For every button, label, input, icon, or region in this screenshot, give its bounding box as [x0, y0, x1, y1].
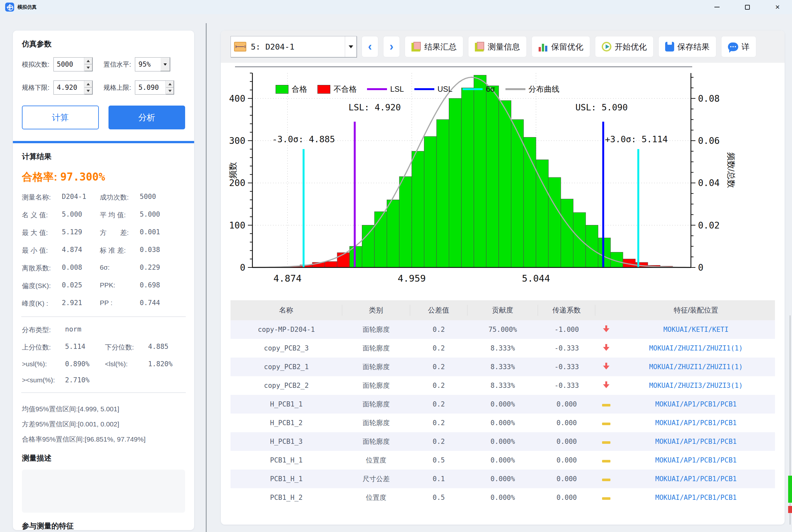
lsl-input[interactable] — [54, 81, 84, 94]
usl-stepper[interactable] — [135, 80, 174, 95]
cell-tolerance: 0.2 — [410, 382, 468, 390]
table-row[interactable]: H_PCB1_2面轮廓度0.20.000%0.000MOKUAI/AP1/PCB… — [230, 414, 775, 432]
measurement-select-value: 5: D204-1 — [251, 42, 345, 52]
confidence-select[interactable]: 95% — [135, 57, 170, 72]
legend-swatch — [276, 85, 288, 94]
toolbar-button-report-summary[interactable]: 结果汇总 — [405, 36, 463, 57]
vertical-splitter[interactable] — [206, 23, 207, 532]
stat-value: 0.744 — [140, 299, 185, 308]
confidence-value: 95% — [135, 60, 160, 68]
legend-label: 分布曲线 — [529, 84, 560, 94]
toolbar-button-save-result[interactable]: 保存结果 — [658, 36, 716, 57]
calculate-button[interactable]: 计算 — [22, 106, 99, 129]
cell-feature-path[interactable]: MOKUAI/AP1/PCB1/PCB1 — [617, 456, 775, 464]
sim-count-stepper[interactable] — [53, 57, 93, 72]
spin-up-button[interactable] — [166, 81, 174, 88]
table-row[interactable]: PCB1_H_1位置度0.50.000%0.000MOKUAI/AP1/PCB1… — [230, 451, 775, 470]
table-row[interactable]: copy_PCB2_2面轮廓度0.28.333%-0.333MOKUAI/ZHU… — [230, 376, 775, 395]
table-row[interactable]: PCB1_H_2位置度0.50.000%0.000MOKUAI/AP1/PCB1… — [230, 488, 775, 507]
spin-down-button[interactable] — [166, 88, 174, 94]
section-divider — [13, 141, 194, 143]
report-summary-icon — [412, 42, 421, 52]
svg-text:0: 0 — [240, 262, 245, 273]
table-row[interactable]: copy_PCB2_3面轮廓度0.28.333%-0.333MOKUAI/ZHU… — [230, 339, 775, 358]
divider — [21, 392, 186, 393]
legend-swatch — [367, 88, 387, 90]
cell-feature-path[interactable]: MOKUAI/AP1/PCB1/PCB1 — [617, 475, 775, 483]
cell-trend — [595, 344, 617, 353]
cell-contribution: 0.000% — [468, 475, 538, 483]
maximize-button[interactable] — [742, 2, 752, 12]
toolbar-button-measure-info[interactable]: 测量信息 — [468, 36, 527, 57]
cell-name: PCB1_H_1 — [230, 475, 342, 483]
pass-rate-label: 合格率: — [22, 171, 57, 183]
toolbar: 5: D204-1 ‹ › 结果汇总测量信息保留优化开始优化保存结果详 — [221, 31, 785, 63]
spin-up-button[interactable] — [84, 81, 92, 88]
stat-label — [105, 376, 147, 384]
down-arrow-icon — [603, 363, 609, 370]
stat-label: 测量名称: — [22, 193, 60, 202]
distribution-grid: 分布类型:norm上分位数:5.114下分位数:4.885>usl(%):0.8… — [22, 325, 185, 384]
legend-item: USL — [414, 84, 453, 94]
next-measurement-button[interactable]: › — [383, 36, 400, 57]
clipped-green-fragment — [788, 476, 792, 503]
stat-label: PPK: — [100, 281, 138, 290]
legend-swatch — [414, 88, 434, 90]
lsl-stepper[interactable] — [53, 80, 93, 95]
cell-feature-path[interactable]: MOKUAI/KETI/KETI — [617, 326, 775, 334]
spin-down-button[interactable] — [84, 88, 92, 94]
simulation-parameters-panel: 仿真参数 模拟次数: 置信水平: 95% 规格下限: 规格上限: — [13, 31, 194, 530]
dash-icon — [602, 422, 610, 425]
close-button[interactable]: × — [773, 2, 782, 12]
cell-feature-path[interactable]: MOKUAI/ZHUZI3/ZHUZI3(1) — [617, 382, 775, 390]
measurement-description-input[interactable] — [22, 470, 185, 513]
minimize-button[interactable] — [712, 2, 722, 12]
table-row[interactable]: H_PCB1_3面轮廓度0.20.000%0.000MOKUAI/AP1/PCB… — [230, 432, 775, 451]
toolbar-button-keep-optimize[interactable]: 保留优化 — [531, 36, 590, 57]
sim-count-input[interactable] — [54, 58, 84, 71]
cell-feature-path[interactable]: MOKUAI/AP1/PCB1/PCB1 — [617, 400, 775, 408]
cell-trend — [595, 494, 617, 501]
cell-tolerance: 0.5 — [410, 456, 468, 464]
stat-label: <lsl(%): — [105, 360, 147, 368]
cell-feature-path[interactable]: MOKUAI/AP1/PCB1/PCB1 — [617, 438, 775, 445]
svg-text:4.874: 4.874 — [274, 273, 301, 284]
table-row[interactable]: copy_PCB2_1面轮廓度0.28.333%-0.333MOKUAI/ZHU… — [230, 358, 775, 376]
cell-feature-path[interactable]: MOKUAI/ZHUZI1/ZHUZI1(1) — [617, 363, 775, 371]
table-row[interactable]: PCB1_H_1尺寸公差0.10.000%0.000MOKUAI/AP1/PCB… — [230, 470, 775, 488]
spin-down-button[interactable] — [84, 64, 92, 71]
cell-feature-path[interactable]: MOKUAI/AP1/PCB1/PCB1 — [617, 419, 775, 427]
cell-name: copy-MP-D204-1 — [230, 326, 342, 334]
confidence-interval-line: 合格率95%置信区间:[96.851%, 97.749%] — [22, 432, 185, 447]
cell-feature-path[interactable]: MOKUAI/AP1/PCB1/PCB1 — [617, 494, 775, 501]
measurement-select-dropdown[interactable] — [345, 36, 356, 57]
legend-label: 6σ — [486, 84, 495, 94]
down-arrow-icon — [603, 344, 609, 351]
column-header: 公差值 — [410, 305, 468, 316]
save-result-icon — [665, 42, 674, 52]
analyze-button[interactable]: 分析 — [109, 106, 185, 129]
prev-measurement-button[interactable]: ‹ — [361, 36, 378, 57]
usl-input[interactable] — [135, 81, 166, 94]
toolbar-button-chat[interactable]: 详 — [721, 36, 756, 57]
cell-type: 尺寸公差 — [342, 474, 410, 483]
table-row[interactable]: copy-MP-D204-1面轮廓度0.275.000%-1.000MOKUAI… — [230, 320, 775, 339]
spin-up-icon — [87, 83, 90, 85]
features-title: 参与测量的特征 — [22, 521, 185, 530]
dropdown-button[interactable] — [160, 58, 170, 71]
spin-up-button[interactable] — [84, 58, 92, 64]
cell-type: 面轮廓度 — [342, 400, 410, 409]
measurement-select[interactable]: 5: D204-1 — [230, 36, 357, 57]
cell-trend — [595, 438, 617, 445]
table-row[interactable]: H_PCB1_1面轮廓度0.20.000%0.000MOKUAI/AP1/PCB… — [230, 395, 775, 414]
column-header: 特征/装配位置 — [617, 305, 775, 316]
stat-label: 偏度(SK): — [22, 281, 60, 290]
param-confidence: 置信水平: 95% — [104, 57, 185, 72]
stat-label: 名 义 值: — [22, 210, 60, 220]
toolbar-button-start-optimize[interactable]: 开始优化 — [595, 36, 654, 57]
cell-name: copy_PCB2_3 — [230, 344, 342, 352]
column-header: 传递系数 — [538, 305, 595, 316]
horizontal-splitter[interactable] — [235, 66, 692, 67]
param-usl: 规格上限: — [104, 80, 185, 95]
cell-feature-path[interactable]: MOKUAI/ZHUZI1/ZHUZI1(1) — [617, 344, 775, 352]
